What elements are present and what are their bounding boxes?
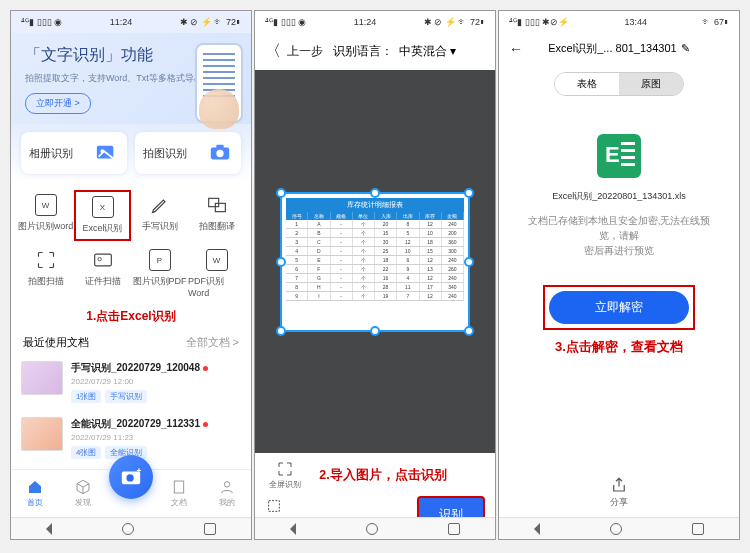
main-actions-row: 相册识别 拍图识别 xyxy=(11,124,251,182)
grid-word-ocr[interactable]: W 图片识别word xyxy=(17,190,74,241)
svg-rect-6 xyxy=(215,203,225,211)
hero-banner: 「文字识别」功能 拍照提取文字，支持Word、Txt等多格式导出 立即开通 > xyxy=(11,33,251,124)
user-icon xyxy=(218,479,236,495)
result-title: Excel识别_... 801_134301 xyxy=(548,41,676,56)
new-dot-icon xyxy=(203,422,208,427)
expand-icon xyxy=(276,461,294,477)
system-nav xyxy=(11,517,251,539)
result-filename: Excel识别_20220801_134301.xls xyxy=(552,190,686,203)
back-arrow-icon[interactable]: ← xyxy=(509,41,523,57)
lang-selector[interactable]: 中英混合 ▾ xyxy=(399,43,456,60)
crop-canvas[interactable]: 库存统计明细报表 序号名称规格单位入库出库库存金额 1A-个20812240 2… xyxy=(255,70,495,453)
svg-rect-9 xyxy=(174,481,183,493)
crop-handle[interactable] xyxy=(464,257,474,267)
annotation-1: 1.点击Excel识别 xyxy=(11,306,251,327)
doc-icon xyxy=(170,479,188,495)
nav-home[interactable]: 首页 xyxy=(11,470,59,517)
result-header: ← Excel识别_... 801_134301 ✎ xyxy=(499,33,739,64)
excel-file-icon xyxy=(597,134,641,178)
crop-handle[interactable] xyxy=(464,326,474,336)
crop-frame[interactable]: 库存统计明细报表 序号名称规格单位入库出库库存金额 1A-个20812240 2… xyxy=(280,192,470,332)
list-item[interactable]: 手写识别_20220729_120048 2022/07/29 12:00 1张… xyxy=(21,354,241,410)
screen-1-text-recognition: ⁴ᴳ▮ ▯▯▯ ◉ 11:24 ✱ ⊘ ⚡ ᯤ 72▮ 「文字识别」功能 拍照提… xyxy=(10,10,252,540)
back-soft-button[interactable] xyxy=(46,523,52,535)
crop-handle[interactable] xyxy=(276,326,286,336)
svg-point-8 xyxy=(98,258,101,261)
recents-soft-button[interactable] xyxy=(448,523,460,535)
share-action[interactable]: 分享 xyxy=(610,476,628,509)
album-recognize-card[interactable]: 相册识别 xyxy=(21,132,127,174)
view-tab-segment: 表格 原图 xyxy=(554,72,684,96)
fullscreen-tool[interactable]: 全屏识别 xyxy=(269,461,301,490)
status-time: 13:44 xyxy=(624,17,647,27)
grid-scan[interactable]: 拍图扫描 xyxy=(17,245,74,302)
system-nav xyxy=(499,517,739,539)
crop-handle[interactable] xyxy=(370,188,380,198)
annotation-3: 3.点击解密，查看文档 xyxy=(555,338,683,356)
nav-mine[interactable]: 我的 xyxy=(203,470,251,517)
edit-title-icon[interactable]: ✎ xyxy=(681,42,690,55)
camera-fab[interactable]: + xyxy=(109,455,153,499)
feature-grid: W 图片识别word X Excel识别 手写识别 拍图翻译 拍图扫描 xyxy=(11,182,251,306)
open-now-button[interactable]: 立即开通 > xyxy=(25,93,91,114)
all-docs-link[interactable]: 全部文档 > xyxy=(186,335,239,350)
recent-header: 最近使用文档 xyxy=(23,335,89,350)
hero-hand-illustration xyxy=(199,89,239,129)
encrypted-description: 文档已存储到本地且安全加密,无法在线预览，请解 密后再进行预览 xyxy=(519,213,719,259)
decrypt-button[interactable]: 立即解密 xyxy=(549,291,689,324)
table-preview-image: 库存统计明细报表 序号名称规格单位入库出库库存金额 1A-个20812240 2… xyxy=(282,194,468,330)
back-arrow-icon[interactable]: 〈 xyxy=(265,41,281,62)
tab-table[interactable]: 表格 xyxy=(555,73,619,95)
nav-docs[interactable]: 文档 xyxy=(155,470,203,517)
grid-translate[interactable]: 拍图翻译 xyxy=(188,190,245,241)
crop-handle[interactable] xyxy=(276,257,286,267)
screen-3-result: ⁴ᴳ▮ ▯▯▯ ✱⊘⚡ 13:44 ᯤ 67▮ ← Excel识别_... 80… xyxy=(498,10,740,540)
camera-icon xyxy=(207,142,233,164)
share-icon xyxy=(610,476,628,494)
scan-icon xyxy=(35,249,57,271)
status-time: 11:24 xyxy=(110,17,133,27)
grid-img-to-pdf[interactable]: P 图片识别PDF xyxy=(131,245,188,302)
svg-rect-5 xyxy=(208,198,218,206)
crop-handle[interactable] xyxy=(370,326,380,336)
grid-handwriting-ocr[interactable]: 手写识别 xyxy=(131,190,188,241)
svg-rect-7 xyxy=(94,254,111,266)
doc-thumbnail xyxy=(21,417,63,451)
recents-soft-button[interactable] xyxy=(204,523,216,535)
pen-icon xyxy=(149,194,171,216)
home-icon xyxy=(26,479,44,495)
status-bar: ⁴ᴳ▮ ▯▯▯ ◉ 11:24 ✱ ⊘ ⚡ ᯤ 72▮ xyxy=(255,11,495,33)
svg-point-10 xyxy=(224,482,229,487)
auto-icon xyxy=(265,498,283,514)
back-soft-button[interactable] xyxy=(534,523,540,535)
recents-soft-button[interactable] xyxy=(692,523,704,535)
home-soft-button[interactable] xyxy=(122,523,134,535)
crop-handle[interactable] xyxy=(464,188,474,198)
grid-pdf-to-word[interactable]: W PDF识别Word xyxy=(188,245,245,302)
status-bar: ⁴ᴳ▮ ▯▯▯ ◉ 11:24 ✱ ⊘ ⚡ ᯤ 72▮ xyxy=(11,11,251,33)
camera-recognize-card[interactable]: 拍图识别 xyxy=(135,132,241,174)
doc-thumbnail xyxy=(21,361,63,395)
screen-2-crop-recognize: ⁴ᴳ▮ ▯▯▯ ◉ 11:24 ✱ ⊘ ⚡ ᯤ 72▮ 〈 上一步 识别语言： … xyxy=(254,10,496,540)
svg-rect-4 xyxy=(216,145,223,149)
status-bar: ⁴ᴳ▮ ▯▯▯ ✱⊘⚡ 13:44 ᯤ 67▮ xyxy=(499,11,739,33)
status-time: 11:24 xyxy=(354,17,377,27)
translate-icon xyxy=(206,194,228,216)
back-soft-button[interactable] xyxy=(290,523,296,535)
cube-icon xyxy=(74,479,92,495)
grid-id-scan[interactable]: 证件扫描 xyxy=(74,245,131,302)
result-body: Excel识别_20220801_134301.xls 文档已存储到本地且安全加… xyxy=(499,104,739,539)
home-soft-button[interactable] xyxy=(366,523,378,535)
home-soft-button[interactable] xyxy=(610,523,622,535)
decrypt-highlight-box: 立即解密 xyxy=(543,285,695,330)
crop-handle[interactable] xyxy=(276,188,286,198)
back-label[interactable]: 上一步 xyxy=(287,43,323,60)
id-card-icon xyxy=(92,249,114,271)
nav-discover[interactable]: 发现 xyxy=(59,470,107,517)
svg-rect-14 xyxy=(269,501,280,512)
lang-label: 识别语言： xyxy=(333,43,393,60)
grid-excel-ocr[interactable]: X Excel识别 xyxy=(74,190,131,241)
tab-original[interactable]: 原图 xyxy=(619,73,683,95)
annotation-2: 2.导入图片，点击识别 xyxy=(319,467,446,484)
crop-header: 〈 上一步 识别语言： 中英混合 ▾ xyxy=(255,33,495,70)
